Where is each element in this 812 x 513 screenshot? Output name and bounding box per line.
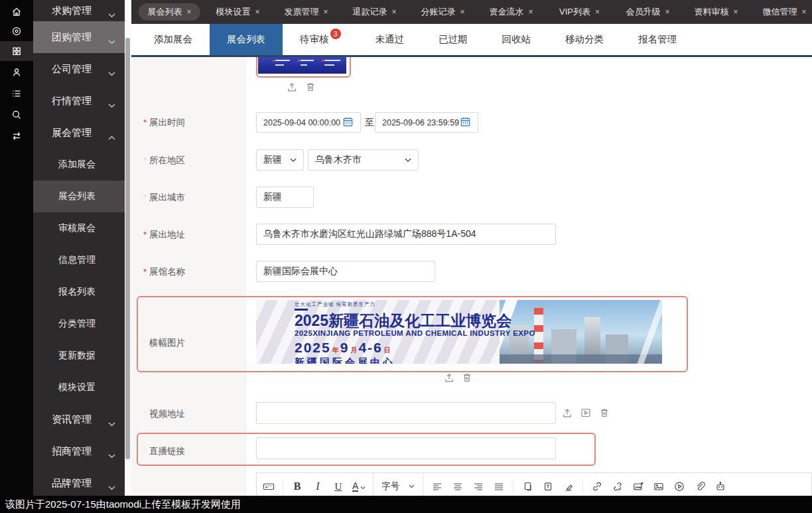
tab-move-category[interactable]: 移动分类 (548, 24, 621, 55)
tab-not-passed[interactable]: 未通过 (358, 24, 422, 55)
city-select[interactable]: 乌鲁木齐市 (308, 149, 419, 171)
list-icon[interactable] (0, 84, 33, 104)
target-icon[interactable] (0, 21, 33, 41)
align-center-button[interactable] (451, 478, 464, 495)
sidebar-item-module-settings[interactable]: 模块设置 (33, 372, 125, 403)
required-mark: * (143, 155, 147, 165)
window-tab-data-review[interactable]: 资料审核× (682, 6, 750, 18)
bold-button[interactable]: B (291, 478, 304, 495)
scrollbar-thumb[interactable] (125, 38, 130, 459)
sidebar-item-review-expo[interactable]: 审核展会 (33, 212, 125, 244)
tab-recycle-bin[interactable]: 回收站 (485, 24, 549, 55)
sidebar-item-info-mgmt[interactable]: 信息管理 (33, 244, 125, 276)
insert-image-button[interactable] (632, 478, 645, 495)
close-icon[interactable]: × (255, 7, 259, 17)
exhibit-address-input[interactable] (256, 224, 556, 245)
upload-icon[interactable] (443, 372, 456, 385)
align-justify-button[interactable] (492, 478, 506, 495)
close-icon[interactable]: × (323, 7, 328, 17)
delete-icon[interactable] (304, 81, 318, 94)
sidebar-item-groupbuy-mgmt[interactable]: 团购管理 (33, 21, 125, 53)
tab-expired[interactable]: 已过期 (421, 24, 485, 55)
window-tab-member-upgrade[interactable]: 会员升级× (614, 6, 682, 18)
close-icon[interactable]: × (665, 7, 669, 17)
italic-button[interactable]: I (311, 478, 324, 495)
sidebar-item-market-mgmt[interactable]: 行情管理 (33, 85, 125, 117)
close-icon[interactable]: × (801, 7, 806, 17)
close-icon[interactable]: × (391, 7, 396, 17)
field-label-video-url: *视频地址 (143, 408, 185, 420)
tab-pending-review[interactable]: 待审核3 (283, 24, 358, 55)
paste-button[interactable] (521, 478, 534, 495)
sidebar-item-company-mgmt[interactable]: 公司管理 (33, 53, 125, 85)
close-icon[interactable]: × (186, 7, 191, 17)
window-tab-fund-flow[interactable]: 资金流水× (477, 6, 545, 18)
align-right-button[interactable] (472, 478, 485, 495)
sidebar-item-investment-mgmt[interactable]: 招商管理 (33, 435, 125, 467)
link-button[interactable] (590, 478, 604, 495)
banner-date-month: 9 (340, 340, 350, 355)
clear-format-button[interactable] (562, 478, 575, 495)
field-label-banner-image: *横幅图片 (143, 337, 185, 349)
window-tab-invoice-mgmt[interactable]: 发票管理× (272, 6, 340, 18)
delete-icon[interactable] (461, 372, 474, 385)
tab-add-expo[interactable]: 添加展会 (137, 24, 210, 55)
upload-icon[interactable] (286, 81, 299, 94)
sidebar-item-purchase-mgmt[interactable]: 求购管理 (33, 0, 125, 21)
upload-icon[interactable] (561, 407, 575, 420)
scrolled-image-thumbnail[interactable] (258, 57, 346, 74)
province-select[interactable]: 新疆 (256, 149, 304, 171)
user-icon[interactable] (0, 62, 33, 82)
sidebar-item-add-expo[interactable]: 添加展会 (33, 149, 125, 181)
calendar-icon[interactable] (342, 116, 354, 129)
underline-button[interactable]: U (332, 478, 345, 495)
close-icon[interactable]: × (595, 7, 600, 17)
window-tab-split-records[interactable]: 分账记录× (409, 6, 477, 18)
grid-icon[interactable] (0, 41, 33, 61)
sidebar-item-expo-list[interactable]: 展会列表 (33, 181, 125, 212)
window-tab-refund-records[interactable]: 退款记录× (340, 6, 409, 18)
window-tab-wechat-mgmt[interactable]: 微信管理× (750, 6, 812, 18)
sidebar-item-news-mgmt[interactable]: 资讯管理 (33, 403, 125, 435)
sidebar-item-signup-list[interactable]: 报名列表 (33, 276, 125, 308)
font-size-select[interactable]: 字号 (373, 473, 423, 496)
tab-signup-mgmt[interactable]: 报名管理 (621, 24, 694, 55)
exhibit-city-input[interactable] (256, 186, 314, 208)
end-datetime-input[interactable]: 2025-09-06 23:59:59 (375, 112, 478, 133)
delete-icon[interactable] (598, 407, 612, 420)
calendar-icon[interactable] (460, 116, 471, 129)
sidebar-item-brand-mgmt[interactable]: 品牌管理 (33, 467, 125, 499)
search-icon[interactable] (0, 105, 33, 125)
tab-expo-list[interactable]: 展会列表 (210, 24, 283, 55)
city-value: 乌鲁木齐市 (315, 154, 362, 166)
robot-button[interactable] (714, 478, 727, 495)
sidebar-item-category-mgmt[interactable]: 分类管理 (33, 308, 125, 340)
source-code-button[interactable] (262, 478, 275, 495)
swap-icon[interactable] (0, 126, 33, 146)
close-icon[interactable]: × (733, 7, 738, 17)
sidebar-item-label: 团购管理 (52, 31, 92, 44)
home-icon[interactable] (0, 1, 33, 21)
align-left-button[interactable] (431, 478, 444, 495)
chevron-up-icon (108, 131, 115, 142)
image-button[interactable] (652, 478, 665, 495)
attachment-button[interactable] (693, 478, 707, 495)
start-datetime-input[interactable]: 2025-09-04 00:00:00 (256, 112, 361, 133)
sidebar-item-label: 展会管理 (52, 127, 92, 139)
font-color-button[interactable]: A (352, 478, 366, 495)
window-tab-module-settings[interactable]: 模块设置× (204, 6, 272, 18)
paste-plain-text-button[interactable] (541, 478, 555, 495)
venue-name-input[interactable] (256, 261, 435, 282)
sidebar-item-update-data[interactable]: 更新数据 (33, 340, 125, 372)
sidebar-item-expo-mgmt[interactable]: 展会管理 (33, 117, 125, 149)
play-video-icon[interactable] (580, 407, 593, 420)
window-tab-expo-list[interactable]: 展会列表× (135, 3, 204, 21)
unlink-button[interactable] (611, 478, 624, 495)
close-icon[interactable]: × (460, 7, 464, 17)
live-link-input[interactable] (256, 437, 556, 459)
video-url-input[interactable] (256, 402, 556, 424)
window-tab-vip-list[interactable]: VIP列表× (545, 6, 614, 18)
banner-image[interactable]: 壮大化工产业链 培育新质生产力 2025新疆石油及化工工业博览会 2025XIN… (256, 300, 662, 364)
close-icon[interactable]: × (528, 7, 533, 17)
video-button[interactable] (673, 478, 686, 495)
